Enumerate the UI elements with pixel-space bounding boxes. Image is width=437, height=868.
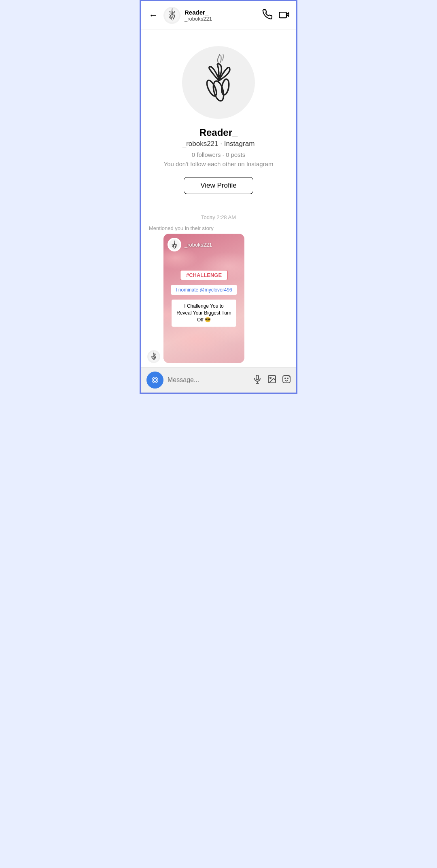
challenge-tag: #CHALLENGE: [180, 270, 228, 280]
header-username: _roboks221: [185, 16, 258, 22]
video-call-button[interactable]: [278, 9, 290, 22]
svg-point-19: [155, 380, 155, 380]
svg-point-24: [270, 377, 271, 378]
timestamp-divider: Today 2:28 AM: [147, 214, 290, 220]
sticker-icon: [282, 374, 291, 384]
svg-point-26: [285, 378, 286, 379]
header-info: Reader_ _roboks221: [185, 9, 258, 22]
profile-stats: 0 followers · 0 posts: [192, 151, 246, 158]
story-background: _roboks221 #CHALLENGE I nominate @myclov…: [163, 234, 244, 363]
story-header: _roboks221: [163, 234, 244, 254]
story-card[interactable]: _roboks221 #CHALLENGE I nominate @myclov…: [163, 234, 244, 363]
mention-label: Mentioned you in their story: [147, 225, 290, 231]
image-button[interactable]: [267, 374, 277, 386]
camera-icon: [151, 376, 159, 384]
svg-rect-20: [256, 375, 259, 380]
message-input[interactable]: [168, 376, 248, 384]
chat-area: Today 2:28 AM Mentioned you in their sto…: [141, 206, 296, 367]
profile-name: Reader_: [199, 127, 238, 138]
sticker-button[interactable]: [282, 374, 291, 386]
profile-avatar-large: [182, 46, 255, 119]
phone-call-button[interactable]: [262, 9, 273, 21]
phone-frame: ← Reader_ _roboks221: [140, 0, 297, 394]
challenge-text: I Challenge You to Reveal Your Biggest T…: [172, 300, 236, 326]
image-icon: [267, 374, 277, 384]
story-sender-avatar: [168, 238, 181, 251]
microphone-button[interactable]: [252, 374, 262, 386]
header-name: Reader_: [185, 9, 258, 16]
header-avatar[interactable]: [163, 7, 180, 24]
camera-button[interactable]: [146, 372, 163, 389]
header-actions: [262, 9, 290, 22]
svg-rect-4: [279, 12, 286, 18]
input-bar: [141, 367, 296, 393]
back-button[interactable]: ←: [147, 8, 159, 22]
nominate-box: I nominate @myclover496: [171, 285, 237, 295]
sender-avatar: [147, 350, 160, 363]
microphone-icon: [252, 374, 262, 384]
svg-rect-25: [283, 376, 290, 383]
svg-point-27: [287, 378, 288, 379]
profile-follow-status: You don't follow each other on Instagram: [164, 161, 274, 167]
view-profile-button[interactable]: View Profile: [184, 177, 253, 194]
message-row: _roboks221 #CHALLENGE I nominate @myclov…: [147, 234, 290, 363]
profile-section: Reader_ _roboks221 · Instagram 0 followe…: [141, 30, 296, 206]
chat-header: ← Reader_ _roboks221: [141, 1, 296, 30]
story-username: _roboks221: [185, 242, 212, 248]
profile-handle-platform: _roboks221 · Instagram: [182, 140, 255, 148]
input-actions: [252, 374, 291, 386]
